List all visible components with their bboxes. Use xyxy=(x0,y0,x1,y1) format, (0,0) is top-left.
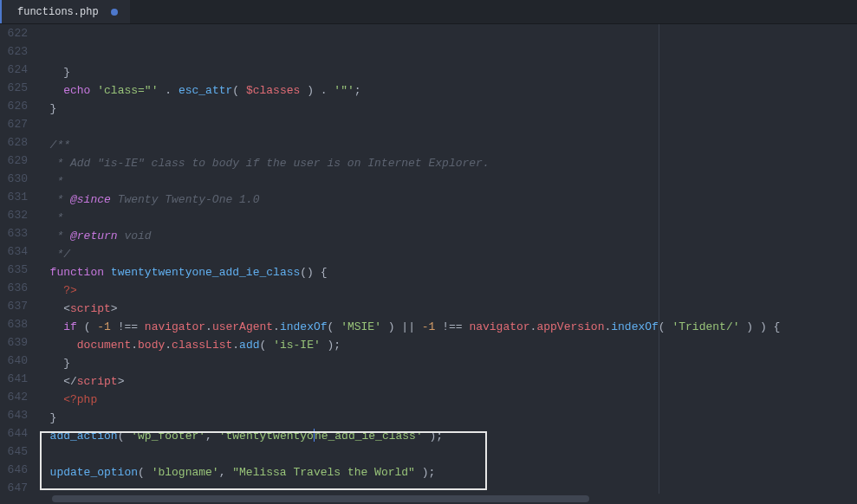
line-number: 629 xyxy=(0,152,28,170)
code-line[interactable]: * xyxy=(36,172,857,191)
modified-dot-icon xyxy=(111,9,118,16)
code-line[interactable] xyxy=(36,445,857,463)
line-number: 634 xyxy=(0,242,28,261)
horizontal-scrollbar-thumb[interactable] xyxy=(52,495,589,502)
line-number: 622 xyxy=(0,24,28,42)
code-line[interactable]: * @return void xyxy=(36,227,857,245)
code-line[interactable]: * @since Twenty Twenty-One 1.0 xyxy=(36,191,857,209)
tab-bar: functions.php xyxy=(0,0,857,24)
line-number: 638 xyxy=(0,315,28,333)
code-line[interactable]: function twentytwentyone_add_ie_class() … xyxy=(36,263,857,281)
code-line[interactable]: <script> xyxy=(36,300,857,318)
text-cursor xyxy=(314,429,315,442)
line-number: 637 xyxy=(0,297,28,315)
line-number: 642 xyxy=(0,388,28,406)
line-number: 623 xyxy=(0,42,28,61)
line-number: 645 xyxy=(0,443,28,461)
wrap-ruler xyxy=(659,24,659,494)
code-line[interactable]: } xyxy=(36,100,857,118)
code-line[interactable]: document.body.classList.add( 'is-IE' ); xyxy=(36,336,857,354)
line-number: 625 xyxy=(0,79,28,97)
code-line[interactable]: * xyxy=(36,209,857,227)
line-number: 641 xyxy=(0,370,28,388)
code-line[interactable]: } xyxy=(36,63,857,81)
line-number: 639 xyxy=(0,333,28,352)
horizontal-scrollbar[interactable] xyxy=(36,494,857,504)
code-line[interactable]: <?php xyxy=(36,391,857,409)
line-number: 631 xyxy=(0,188,28,206)
code-line[interactable]: </script> xyxy=(36,372,857,391)
line-number: 635 xyxy=(0,261,28,279)
code-line[interactable] xyxy=(36,481,857,494)
code-line[interactable]: update_option( 'blogname', "Melissa Trav… xyxy=(36,463,857,481)
line-number: 644 xyxy=(0,424,28,443)
tab-functions-php[interactable]: functions.php xyxy=(0,0,130,23)
code-line[interactable]: if ( -1 !== navigator.userAgent.indexOf(… xyxy=(36,318,857,336)
code-line[interactable]: ?> xyxy=(36,281,857,300)
line-number-gutter: 6226236246256266276286296306316326336346… xyxy=(0,24,36,494)
line-number: 643 xyxy=(0,406,28,424)
line-number: 636 xyxy=(0,279,28,297)
line-number: 628 xyxy=(0,133,28,152)
line-number: 640 xyxy=(0,352,28,370)
line-number: 627 xyxy=(0,115,28,133)
code-line[interactable]: */ xyxy=(36,245,857,263)
line-number: 630 xyxy=(0,170,28,188)
line-number: 647 xyxy=(0,479,28,497)
line-number: 646 xyxy=(0,461,28,479)
code-line[interactable]: } xyxy=(36,354,857,372)
code-line[interactable] xyxy=(36,118,857,136)
code-area[interactable]: } echo 'class="' . esc_attr( $classes ) … xyxy=(36,24,857,494)
code-editor[interactable]: 6226236246256266276286296306316326336346… xyxy=(0,24,857,494)
code-line[interactable]: add_action( 'wp_footer', 'twentytwentyon… xyxy=(36,427,857,445)
line-number: 633 xyxy=(0,224,28,242)
line-number: 626 xyxy=(0,97,28,115)
tab-filename: functions.php xyxy=(17,6,99,18)
line-number: 624 xyxy=(0,61,28,79)
code-line[interactable]: } xyxy=(36,409,857,427)
code-line[interactable]: echo 'class="' . esc_attr( $classes ) . … xyxy=(36,81,857,100)
line-number: 632 xyxy=(0,206,28,224)
code-line[interactable]: /** xyxy=(36,136,857,154)
code-line[interactable]: * Add "is-IE" class to body if the user … xyxy=(36,154,857,172)
